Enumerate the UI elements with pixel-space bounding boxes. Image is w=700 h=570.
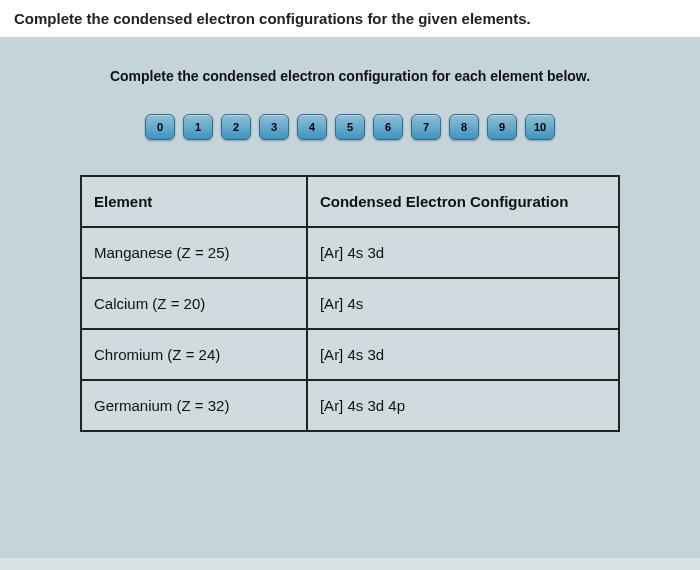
config-text: [Ar] 4s bbox=[320, 295, 363, 312]
table-row: Chromium (Z = 24) [Ar] 4s 3d bbox=[81, 329, 619, 380]
number-buttons-row: 0 1 2 3 4 5 6 7 8 9 10 bbox=[40, 114, 660, 140]
element-name: Manganese (Z = 25) bbox=[81, 227, 307, 278]
number-button-4[interactable]: 4 bbox=[297, 114, 327, 140]
number-button-10[interactable]: 10 bbox=[525, 114, 555, 140]
number-button-3[interactable]: 3 bbox=[259, 114, 289, 140]
element-name: Chromium (Z = 24) bbox=[81, 329, 307, 380]
col-header-config: Condensed Electron Configuration bbox=[307, 176, 619, 227]
number-button-2[interactable]: 2 bbox=[221, 114, 251, 140]
config-text: [Ar] 4s 3d bbox=[320, 346, 384, 363]
number-button-5[interactable]: 5 bbox=[335, 114, 365, 140]
header-title: Complete the condensed electron configur… bbox=[14, 10, 531, 27]
number-button-0[interactable]: 0 bbox=[145, 114, 175, 140]
number-button-7[interactable]: 7 bbox=[411, 114, 441, 140]
element-config[interactable]: [Ar] 4s 3d 4p bbox=[307, 380, 619, 431]
col-header-element: Element bbox=[81, 176, 307, 227]
element-name: Germanium (Z = 32) bbox=[81, 380, 307, 431]
element-name: Calcium (Z = 20) bbox=[81, 278, 307, 329]
element-config[interactable]: [Ar] 4s 3d bbox=[307, 329, 619, 380]
content-area: Complete the condensed electron configur… bbox=[0, 38, 700, 558]
element-config[interactable]: [Ar] 4s 3d bbox=[307, 227, 619, 278]
number-button-9[interactable]: 9 bbox=[487, 114, 517, 140]
table-row: Germanium (Z = 32) [Ar] 4s 3d 4p bbox=[81, 380, 619, 431]
elements-table: Element Condensed Electron Configuration… bbox=[80, 175, 620, 432]
config-text: [Ar] 4s 3d 4p bbox=[320, 397, 405, 414]
table-row: Calcium (Z = 20) [Ar] 4s bbox=[81, 278, 619, 329]
page-header: Complete the condensed electron configur… bbox=[0, 0, 700, 38]
number-button-1[interactable]: 1 bbox=[183, 114, 213, 140]
element-config[interactable]: [Ar] 4s bbox=[307, 278, 619, 329]
number-button-8[interactable]: 8 bbox=[449, 114, 479, 140]
table-row: Manganese (Z = 25) [Ar] 4s 3d bbox=[81, 227, 619, 278]
subtitle: Complete the condensed electron configur… bbox=[40, 68, 660, 84]
table-header-row: Element Condensed Electron Configuration bbox=[81, 176, 619, 227]
number-button-6[interactable]: 6 bbox=[373, 114, 403, 140]
config-text: [Ar] 4s 3d bbox=[320, 244, 384, 261]
